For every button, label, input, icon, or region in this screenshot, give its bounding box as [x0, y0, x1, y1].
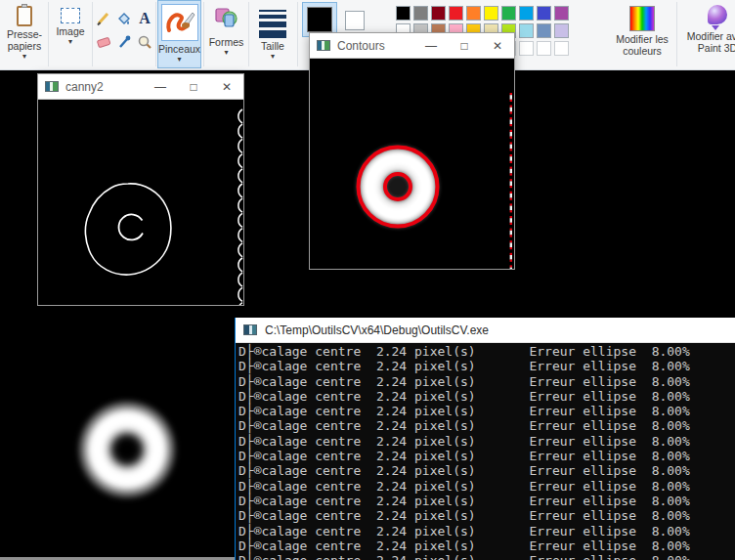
brushes-button[interactable]: Pinceaux ▾: [157, 0, 201, 68]
clipboard-label: Presse-papiers: [2, 28, 47, 52]
palette-row-1: [396, 6, 569, 21]
size-icon: [259, 10, 286, 38]
shapes-icon: [214, 7, 239, 34]
eraser-icon[interactable]: [95, 33, 112, 51]
console-window: C:\Temp\OutilsCV\x64\Debug\OutilsCV.exe …: [235, 318, 735, 560]
edge-scallops: [238, 109, 242, 305]
shapes-group[interactable]: Formes ▾: [205, 0, 247, 68]
minimize-button[interactable]: —: [414, 33, 448, 58]
color2-swatch[interactable]: [341, 7, 368, 34]
brushes-label: Pinceaux: [158, 43, 200, 55]
palette-swatch[interactable]: [501, 6, 516, 21]
palette-swatch[interactable]: [431, 6, 446, 21]
contours-titlebar[interactable]: Contours — □ ✕: [310, 33, 514, 58]
palette-swatch[interactable]: [519, 23, 534, 38]
console-line: D├®calage centre 2.24 pixel(s) Erreur el…: [238, 553, 735, 560]
maximize-button[interactable]: □: [177, 74, 210, 99]
size-label: Taille: [261, 40, 284, 52]
palette-empty-slot[interactable]: [537, 41, 551, 56]
console-line: D├®calage centre 2.24 pixel(s) Erreur el…: [238, 494, 735, 508]
console-line: D├®calage centre 2.24 pixel(s) Erreur el…: [238, 359, 735, 373]
chevron-down-icon[interactable]: ▾: [224, 49, 228, 57]
chevron-down-icon[interactable]: ▾: [271, 53, 275, 61]
palette-empty-slot[interactable]: [519, 41, 534, 56]
ellipse-overlay-drawing: [310, 59, 514, 269]
palette-swatch[interactable]: [537, 6, 551, 21]
canny2-title: canny2: [65, 80, 144, 94]
console-line: D├®calage centre 2.24 pixel(s) Erreur el…: [238, 404, 735, 418]
contours-image: [310, 58, 514, 269]
edit-colors-button[interactable]: Modifier les couleurs: [611, 0, 673, 68]
pencil-icon[interactable]: [95, 10, 112, 27]
palette-swatch[interactable]: [519, 6, 534, 21]
console-line: D├®calage centre 2.24 pixel(s) Erreur el…: [238, 418, 735, 433]
canny2-titlebar[interactable]: canny2 — □ ✕: [38, 74, 243, 99]
palette-empty-slot[interactable]: [554, 41, 569, 56]
shapes-label: Formes: [209, 36, 244, 48]
console-line: D├®calage centre 2.24 pixel(s) Erreur el…: [238, 479, 735, 494]
text-tool-icon[interactable]: A: [136, 10, 153, 27]
image-group[interactable]: Image ▾: [50, 0, 91, 68]
console-line: D├®calage centre 2.24 pixel(s) Erreur el…: [238, 344, 735, 359]
chevron-down-icon[interactable]: ▾: [22, 53, 26, 61]
eyedropper-icon[interactable]: [115, 33, 133, 51]
console-line: D├®calage centre 2.24 pixel(s) Erreur el…: [238, 508, 735, 523]
tools-group: A: [94, 0, 156, 68]
minimize-button[interactable]: —: [144, 74, 177, 99]
palette-swatch[interactable]: [449, 6, 463, 21]
console-line: D├®calage centre 2.24 pixel(s) Erreur el…: [238, 538, 735, 553]
console-line: D├®calage centre 2.24 pixel(s) Erreur el…: [238, 524, 735, 538]
contours-window: Contours — □ ✕: [309, 32, 515, 270]
chevron-down-icon[interactable]: ▾: [177, 56, 181, 64]
brush-icon: [161, 4, 198, 41]
chevron-down-icon[interactable]: ▾: [68, 38, 72, 46]
edit-colors-icon: [629, 6, 655, 31]
canny2-window: canny2 — □ ✕: [37, 73, 244, 306]
window-icon: [317, 40, 330, 51]
edge-contour-dashes: [510, 93, 512, 269]
console-output[interactable]: D├®calage centre 2.24 pixel(s) Erreur el…: [236, 343, 735, 560]
close-button[interactable]: ✕: [481, 33, 514, 58]
clipboard-group[interactable]: Presse-papiers ▾: [2, 0, 47, 68]
fitted-outer-ellipse: [359, 148, 438, 227]
canny-edges-drawing: [38, 100, 243, 305]
size-group[interactable]: Taille ▾: [250, 0, 295, 68]
palette-swatch[interactable]: [413, 6, 428, 21]
paint3d-button[interactable]: Modifier avec Paint 3D: [682, 0, 735, 68]
image-label: Image: [56, 25, 84, 37]
console-line: D├®calage centre 2.24 pixel(s) Erreur el…: [238, 434, 735, 449]
console-icon: [243, 324, 257, 335]
inner-contour: [119, 214, 143, 239]
fill-bucket-icon[interactable]: [115, 10, 133, 27]
console-titlebar[interactable]: C:\Temp\OutilsCV\x64\Debug\OutilsCV.exe: [236, 318, 735, 343]
close-button[interactable]: ✕: [210, 74, 243, 99]
palette-swatch[interactable]: [466, 6, 481, 21]
console-line: D├®calage centre 2.24 pixel(s) Erreur el…: [238, 463, 735, 478]
canny2-image: [38, 99, 243, 305]
palette-swatch[interactable]: [554, 23, 569, 38]
palette-swatch[interactable]: [554, 6, 569, 21]
magnifier-icon[interactable]: [136, 33, 153, 51]
edit-colors-label: Modifier les couleurs: [611, 33, 673, 57]
console-line: D├®calage centre 2.24 pixel(s) Erreur el…: [238, 449, 735, 463]
canvas-donut-image: [73, 396, 181, 503]
paint3d-icon: [708, 5, 727, 28]
maximize-button[interactable]: □: [448, 33, 481, 58]
outer-contour: [85, 184, 171, 275]
console-title: C:\Temp\OutilsCV\x64\Debug\OutilsCV.exe: [265, 323, 489, 337]
palette-swatch[interactable]: [484, 6, 498, 21]
select-icon: [61, 8, 80, 23]
console-line: D├®calage centre 2.24 pixel(s) Erreur el…: [238, 374, 735, 389]
paint3d-label: Modifier avec Paint 3D: [682, 30, 735, 54]
palette-swatch[interactable]: [396, 6, 411, 21]
console-line: D├®calage centre 2.24 pixel(s) Erreur el…: [238, 389, 735, 404]
contours-title: Contours: [337, 39, 414, 53]
palette-swatch[interactable]: [537, 23, 551, 38]
clipboard-icon: [17, 6, 32, 26]
fitted-inner-ellipse: [385, 174, 411, 199]
window-icon: [45, 81, 59, 92]
